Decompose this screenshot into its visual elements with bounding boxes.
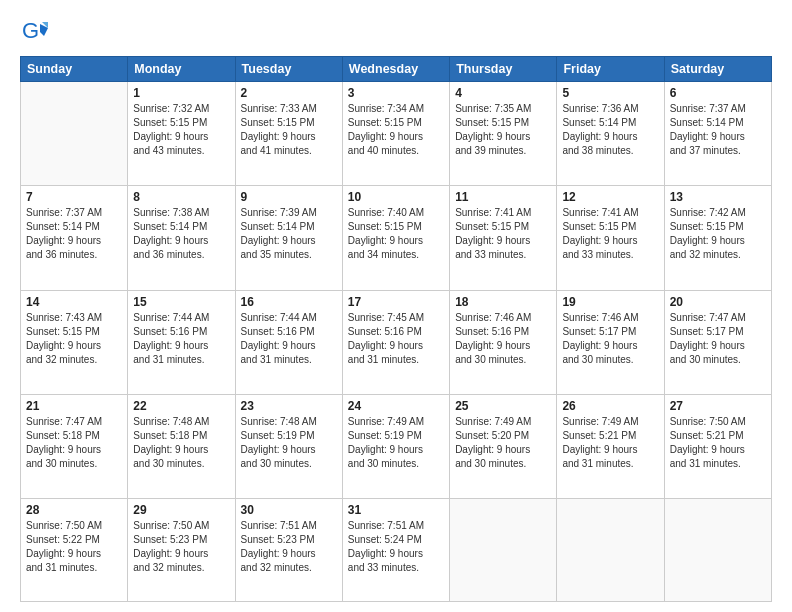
day-number: 21 — [26, 399, 122, 413]
day-info: Sunrise: 7:44 AMSunset: 5:16 PMDaylight:… — [133, 311, 229, 367]
day-info: Sunrise: 7:48 AMSunset: 5:18 PMDaylight:… — [133, 415, 229, 471]
day-info: Sunrise: 7:32 AMSunset: 5:15 PMDaylight:… — [133, 102, 229, 158]
day-number: 20 — [670, 295, 766, 309]
svg-text:G: G — [22, 18, 39, 43]
day-number: 12 — [562, 190, 658, 204]
empty-cell — [450, 499, 557, 602]
day-cell-19: 19Sunrise: 7:46 AMSunset: 5:17 PMDayligh… — [557, 290, 664, 394]
day-cell-2: 2Sunrise: 7:33 AMSunset: 5:15 PMDaylight… — [235, 82, 342, 186]
day-cell-9: 9Sunrise: 7:39 AMSunset: 5:14 PMDaylight… — [235, 186, 342, 290]
day-info: Sunrise: 7:44 AMSunset: 5:16 PMDaylight:… — [241, 311, 337, 367]
day-info: Sunrise: 7:41 AMSunset: 5:15 PMDaylight:… — [562, 206, 658, 262]
day-info: Sunrise: 7:50 AMSunset: 5:22 PMDaylight:… — [26, 519, 122, 575]
day-info: Sunrise: 7:42 AMSunset: 5:15 PMDaylight:… — [670, 206, 766, 262]
day-cell-14: 14Sunrise: 7:43 AMSunset: 5:15 PMDayligh… — [21, 290, 128, 394]
day-number: 7 — [26, 190, 122, 204]
weekday-header-row: SundayMondayTuesdayWednesdayThursdayFrid… — [21, 57, 772, 82]
day-number: 17 — [348, 295, 444, 309]
day-info: Sunrise: 7:45 AMSunset: 5:16 PMDaylight:… — [348, 311, 444, 367]
day-info: Sunrise: 7:33 AMSunset: 5:15 PMDaylight:… — [241, 102, 337, 158]
day-cell-29: 29Sunrise: 7:50 AMSunset: 5:23 PMDayligh… — [128, 499, 235, 602]
weekday-header-saturday: Saturday — [664, 57, 771, 82]
day-info: Sunrise: 7:48 AMSunset: 5:19 PMDaylight:… — [241, 415, 337, 471]
day-cell-4: 4Sunrise: 7:35 AMSunset: 5:15 PMDaylight… — [450, 82, 557, 186]
day-number: 22 — [133, 399, 229, 413]
day-info: Sunrise: 7:39 AMSunset: 5:14 PMDaylight:… — [241, 206, 337, 262]
day-info: Sunrise: 7:51 AMSunset: 5:23 PMDaylight:… — [241, 519, 337, 575]
day-cell-20: 20Sunrise: 7:47 AMSunset: 5:17 PMDayligh… — [664, 290, 771, 394]
day-info: Sunrise: 7:46 AMSunset: 5:17 PMDaylight:… — [562, 311, 658, 367]
week-row-5: 28Sunrise: 7:50 AMSunset: 5:22 PMDayligh… — [21, 499, 772, 602]
day-info: Sunrise: 7:41 AMSunset: 5:15 PMDaylight:… — [455, 206, 551, 262]
day-cell-22: 22Sunrise: 7:48 AMSunset: 5:18 PMDayligh… — [128, 394, 235, 498]
weekday-header-wednesday: Wednesday — [342, 57, 449, 82]
weekday-header-thursday: Thursday — [450, 57, 557, 82]
header: G — [20, 18, 772, 46]
day-cell-26: 26Sunrise: 7:49 AMSunset: 5:21 PMDayligh… — [557, 394, 664, 498]
day-cell-11: 11Sunrise: 7:41 AMSunset: 5:15 PMDayligh… — [450, 186, 557, 290]
empty-cell — [21, 82, 128, 186]
day-cell-7: 7Sunrise: 7:37 AMSunset: 5:14 PMDaylight… — [21, 186, 128, 290]
day-number: 19 — [562, 295, 658, 309]
day-cell-10: 10Sunrise: 7:40 AMSunset: 5:15 PMDayligh… — [342, 186, 449, 290]
day-info: Sunrise: 7:43 AMSunset: 5:15 PMDaylight:… — [26, 311, 122, 367]
day-number: 15 — [133, 295, 229, 309]
day-info: Sunrise: 7:49 AMSunset: 5:19 PMDaylight:… — [348, 415, 444, 471]
logo: G — [20, 18, 52, 46]
day-cell-15: 15Sunrise: 7:44 AMSunset: 5:16 PMDayligh… — [128, 290, 235, 394]
calendar-table: SundayMondayTuesdayWednesdayThursdayFrid… — [20, 56, 772, 602]
day-number: 5 — [562, 86, 658, 100]
day-number: 18 — [455, 295, 551, 309]
day-info: Sunrise: 7:35 AMSunset: 5:15 PMDaylight:… — [455, 102, 551, 158]
day-cell-17: 17Sunrise: 7:45 AMSunset: 5:16 PMDayligh… — [342, 290, 449, 394]
day-cell-23: 23Sunrise: 7:48 AMSunset: 5:19 PMDayligh… — [235, 394, 342, 498]
day-cell-31: 31Sunrise: 7:51 AMSunset: 5:24 PMDayligh… — [342, 499, 449, 602]
day-number: 4 — [455, 86, 551, 100]
day-info: Sunrise: 7:49 AMSunset: 5:21 PMDaylight:… — [562, 415, 658, 471]
weekday-header-sunday: Sunday — [21, 57, 128, 82]
day-info: Sunrise: 7:51 AMSunset: 5:24 PMDaylight:… — [348, 519, 444, 575]
day-number: 27 — [670, 399, 766, 413]
day-cell-1: 1Sunrise: 7:32 AMSunset: 5:15 PMDaylight… — [128, 82, 235, 186]
week-row-2: 7Sunrise: 7:37 AMSunset: 5:14 PMDaylight… — [21, 186, 772, 290]
day-number: 6 — [670, 86, 766, 100]
day-number: 26 — [562, 399, 658, 413]
day-number: 14 — [26, 295, 122, 309]
day-number: 29 — [133, 503, 229, 517]
day-cell-12: 12Sunrise: 7:41 AMSunset: 5:15 PMDayligh… — [557, 186, 664, 290]
day-number: 23 — [241, 399, 337, 413]
day-number: 16 — [241, 295, 337, 309]
day-number: 10 — [348, 190, 444, 204]
day-number: 25 — [455, 399, 551, 413]
weekday-header-friday: Friday — [557, 57, 664, 82]
day-info: Sunrise: 7:47 AMSunset: 5:17 PMDaylight:… — [670, 311, 766, 367]
day-info: Sunrise: 7:50 AMSunset: 5:21 PMDaylight:… — [670, 415, 766, 471]
day-info: Sunrise: 7:40 AMSunset: 5:15 PMDaylight:… — [348, 206, 444, 262]
day-cell-18: 18Sunrise: 7:46 AMSunset: 5:16 PMDayligh… — [450, 290, 557, 394]
day-number: 24 — [348, 399, 444, 413]
day-number: 1 — [133, 86, 229, 100]
day-cell-16: 16Sunrise: 7:44 AMSunset: 5:16 PMDayligh… — [235, 290, 342, 394]
day-cell-13: 13Sunrise: 7:42 AMSunset: 5:15 PMDayligh… — [664, 186, 771, 290]
logo-icon: G — [20, 18, 48, 46]
day-info: Sunrise: 7:36 AMSunset: 5:14 PMDaylight:… — [562, 102, 658, 158]
day-info: Sunrise: 7:37 AMSunset: 5:14 PMDaylight:… — [26, 206, 122, 262]
day-info: Sunrise: 7:50 AMSunset: 5:23 PMDaylight:… — [133, 519, 229, 575]
day-number: 9 — [241, 190, 337, 204]
week-row-3: 14Sunrise: 7:43 AMSunset: 5:15 PMDayligh… — [21, 290, 772, 394]
day-info: Sunrise: 7:46 AMSunset: 5:16 PMDaylight:… — [455, 311, 551, 367]
day-number: 13 — [670, 190, 766, 204]
day-cell-24: 24Sunrise: 7:49 AMSunset: 5:19 PMDayligh… — [342, 394, 449, 498]
day-info: Sunrise: 7:47 AMSunset: 5:18 PMDaylight:… — [26, 415, 122, 471]
day-cell-3: 3Sunrise: 7:34 AMSunset: 5:15 PMDaylight… — [342, 82, 449, 186]
day-number: 3 — [348, 86, 444, 100]
day-cell-5: 5Sunrise: 7:36 AMSunset: 5:14 PMDaylight… — [557, 82, 664, 186]
weekday-header-tuesday: Tuesday — [235, 57, 342, 82]
week-row-1: 1Sunrise: 7:32 AMSunset: 5:15 PMDaylight… — [21, 82, 772, 186]
day-info: Sunrise: 7:34 AMSunset: 5:15 PMDaylight:… — [348, 102, 444, 158]
empty-cell — [557, 499, 664, 602]
day-number: 31 — [348, 503, 444, 517]
day-cell-30: 30Sunrise: 7:51 AMSunset: 5:23 PMDayligh… — [235, 499, 342, 602]
day-cell-6: 6Sunrise: 7:37 AMSunset: 5:14 PMDaylight… — [664, 82, 771, 186]
empty-cell — [664, 499, 771, 602]
